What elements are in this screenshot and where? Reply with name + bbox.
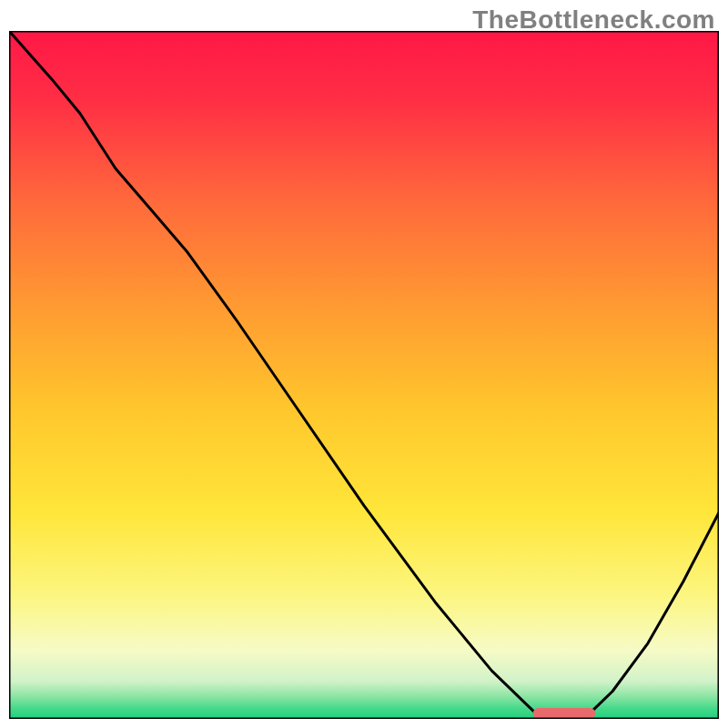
plot-area [9,31,719,719]
optimal-marker [533,708,596,719]
chart-svg [9,31,719,719]
chart-stage: TheBottleneck.com [0,0,728,728]
gradient-bg [9,31,719,719]
